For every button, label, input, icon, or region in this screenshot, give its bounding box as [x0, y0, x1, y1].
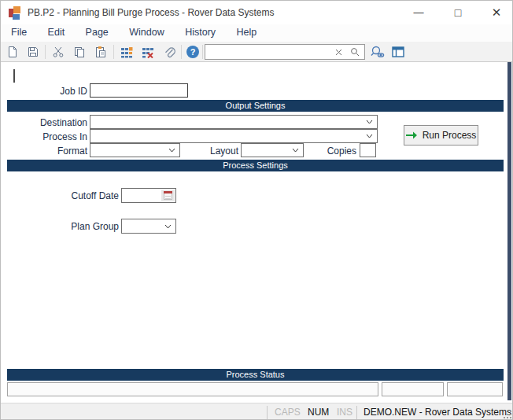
run-arrow-icon	[406, 131, 417, 139]
chevron-down-icon	[164, 224, 172, 229]
save-icon[interactable]	[24, 43, 42, 61]
insert-rows-icon[interactable]	[118, 43, 135, 61]
insert-mode-indicator: INS	[337, 403, 352, 420]
plan-group-label: Plan Group	[48, 221, 119, 232]
menu-edit[interactable]: Edit	[39, 24, 74, 42]
format-dropdown[interactable]	[90, 143, 180, 157]
process-in-label: Process In	[17, 131, 87, 142]
calendar-icon	[164, 191, 172, 200]
menu-file[interactable]: File	[2, 24, 35, 42]
title-bar: PB.P2 - Planning Bill Purge Process - Ro…	[1, 1, 513, 24]
caps-lock-indicator: CAPS	[275, 403, 301, 420]
chevron-down-icon	[366, 120, 373, 124]
cutoff-date-label: Cutoff Date	[48, 190, 119, 201]
destination-dropdown[interactable]	[90, 115, 378, 129]
menu-page[interactable]: Page	[77, 24, 117, 42]
paste-icon[interactable]	[92, 43, 109, 61]
layout-dropdown[interactable]	[241, 143, 304, 157]
cutoff-date-field[interactable]	[121, 188, 176, 203]
minimize-button[interactable]: —	[400, 1, 437, 24]
menu-help[interactable]: Help	[228, 24, 266, 42]
copy-icon[interactable]	[71, 43, 88, 61]
process-status-field-right	[447, 382, 503, 396]
toolbar: ?	[1, 42, 513, 62]
search-input[interactable]	[208, 46, 334, 58]
plan-group-dropdown[interactable]	[121, 219, 176, 234]
layout-view-icon[interactable]	[389, 43, 407, 61]
maximize-button[interactable]: □	[440, 1, 476, 24]
output-settings-header: Output Settings	[7, 100, 504, 112]
search-box	[205, 44, 365, 60]
cut-icon[interactable]	[50, 43, 67, 61]
chevron-down-icon	[292, 148, 299, 153]
resize-grip-icon[interactable]	[504, 411, 512, 419]
session-context: DEMO.NEW - Rover Data Systems	[364, 403, 511, 420]
advanced-find-icon[interactable]	[369, 43, 386, 61]
text-caret	[13, 69, 15, 83]
app-window: PB.P2 - Planning Bill Purge Process - Ro…	[0, 0, 513, 420]
menu-history[interactable]: History	[176, 24, 224, 42]
window-title: PB.P2 - Planning Bill Purge Process - Ro…	[28, 1, 274, 24]
status-bar: CAPS NUM INS DEMO.NEW - Rover Data Syste…	[1, 403, 513, 420]
menu-bar: File Edit Page Window History Help	[1, 24, 513, 42]
job-id-input[interactable]	[90, 83, 188, 98]
new-document-icon[interactable]	[4, 43, 21, 61]
help-icon[interactable]: ?	[184, 43, 201, 61]
process-in-dropdown[interactable]	[90, 129, 378, 143]
search-magnifier-icon[interactable]	[349, 46, 360, 57]
process-status-field-left	[382, 382, 444, 396]
calendar-button[interactable]	[161, 190, 175, 201]
destination-label: Destination	[17, 117, 87, 128]
delete-rows-icon[interactable]	[139, 43, 157, 61]
job-id-label: Job ID	[24, 86, 87, 97]
search-clear-icon[interactable]	[333, 46, 344, 57]
num-lock-indicator: NUM	[308, 403, 329, 420]
menu-window[interactable]: Window	[120, 24, 172, 42]
chevron-down-icon	[168, 148, 175, 153]
attachment-icon[interactable]	[161, 43, 178, 61]
run-process-button[interactable]: Run Process	[404, 125, 478, 146]
copies-input[interactable]	[360, 143, 376, 157]
process-status-header: Process Status	[7, 369, 504, 381]
form-area: Job ID Output Settings Destination Proce…	[1, 62, 513, 403]
layout-label: Layout	[191, 146, 238, 157]
copies-label: Copies	[316, 146, 356, 157]
chevron-down-icon	[366, 134, 373, 138]
scrollbar-strip[interactable]	[507, 62, 511, 400]
format-label: Format	[24, 146, 87, 157]
close-button[interactable]: ✕	[478, 1, 513, 24]
app-logo-icon	[9, 6, 22, 20]
process-settings-header: Process Settings	[7, 160, 504, 171]
process-status-field-main	[7, 382, 378, 396]
